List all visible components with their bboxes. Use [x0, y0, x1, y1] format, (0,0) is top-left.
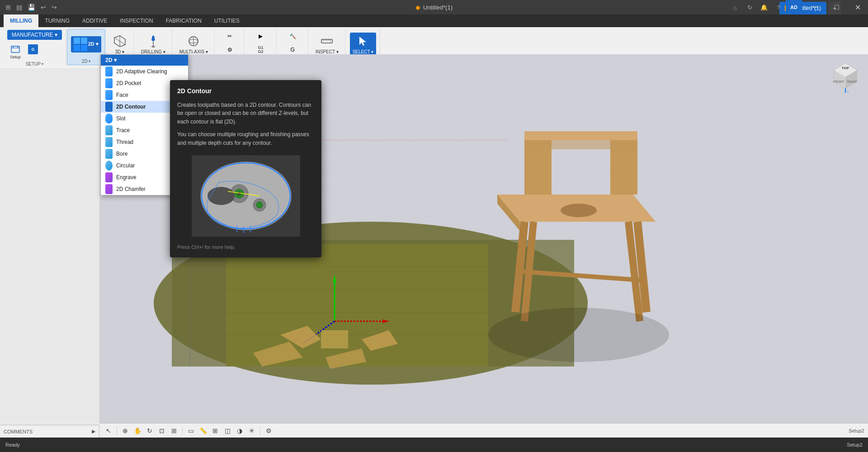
setup-group: MANUFACTURE ▾ Setup — [4, 29, 66, 65]
home-icon[interactable]: ⌂ — [728, 0, 742, 14]
drilling-button[interactable]: DRILLING ▾ — [138, 33, 168, 56]
2d-group-items: 2D ▾ — [71, 30, 101, 58]
app-menu-icon[interactable]: ▤ — [14, 3, 24, 12]
select-button[interactable]: SELECT ▾ — [350, 33, 377, 56]
grid-icon[interactable]: ⊞ — [4, 3, 13, 12]
svg-text:Z: Z — [847, 91, 849, 93]
statusbar-setup-label: Setup2 — [847, 442, 863, 447]
face-label: Face — [116, 92, 128, 98]
slot-icon — [105, 115, 113, 122]
tab-milling[interactable]: MILLING — [4, 14, 38, 27]
setup-group-label: SETUP ▾ — [26, 62, 43, 67]
svg-marker-18 — [359, 37, 366, 46]
drilling-icon — [146, 34, 160, 48]
comments-bar: COMMENTS ▶ — [0, 425, 99, 438]
comments-expand-icon[interactable]: ▶ — [92, 428, 95, 434]
adaptive-label: 2D Adaptive Clearing — [116, 68, 167, 75]
minimize-button[interactable]: ─ — [806, 0, 826, 14]
user-avatar[interactable]: AD — [786, 0, 802, 14]
modify-icon-2: ⚙ — [224, 44, 235, 55]
circular-label: Circular — [116, 162, 135, 169]
engrave-label: Engrave — [116, 174, 137, 181]
dropdown-item-adaptive[interactable]: 2D Adaptive Clearing — [101, 66, 188, 77]
redo-icon[interactable]: ↪ — [50, 3, 59, 12]
2d-dropdown-button[interactable]: 2D ▾ — [71, 36, 101, 52]
circular-icon — [105, 162, 113, 169]
multi-axis-label: MULTI-AXIS ▾ — [179, 49, 208, 55]
play-icon: ▶ — [255, 31, 266, 42]
g-code-button[interactable]: G — [25, 43, 41, 61]
cursor-tool-button[interactable]: ↖ — [103, 425, 114, 436]
close-button[interactable]: ✕ — [847, 0, 868, 14]
2d-icon-3 — [74, 45, 80, 51]
inspect-label: INSPECT ▾ — [316, 49, 339, 55]
2d-btn-inner: 2D ▾ — [74, 38, 99, 51]
3d-label: 3D ▾ — [115, 49, 125, 55]
svg-point-79 — [208, 187, 235, 205]
setup-label: Setup — [10, 55, 21, 60]
grid-button[interactable]: ⊞ — [210, 425, 221, 436]
undo-icon[interactable]: ↩ — [39, 3, 48, 12]
toolbar-separator-2 — [182, 426, 183, 435]
3d-svg — [113, 34, 127, 48]
contour-icon — [105, 103, 113, 110]
toolbar-separator-3 — [260, 426, 260, 435]
move-tool-button[interactable]: ⊕ — [120, 425, 131, 436]
cursor-svg — [357, 35, 369, 48]
tooltip-part-image — [192, 155, 300, 237]
pan-tool-button[interactable]: ✋ — [132, 425, 143, 436]
setup-button[interactable]: Setup — [7, 43, 24, 61]
zoom-window-button[interactable]: ⊞ — [169, 425, 179, 436]
tooltip-popup: 2D Contour Creates toolpaths based on a … — [170, 80, 321, 257]
axis-cube[interactable]: TOP FRONT RIGHT Z — [830, 61, 861, 93]
orbit-tool-button[interactable]: ↻ — [144, 425, 155, 436]
zoom-fit-button[interactable]: ⊡ — [156, 425, 167, 436]
toolbar-separator-1 — [117, 426, 117, 435]
svg-point-8 — [151, 46, 155, 48]
dropdown-2d-header[interactable]: 2D ▾ — [101, 55, 188, 66]
titlebar: ⊞ ▤ 💾 ↩ ↪ ◆ Untitled*(1) Untitled*(1) + … — [0, 0, 868, 14]
bell-icon[interactable]: 🔔 — [757, 0, 771, 14]
save-icon[interactable]: 💾 — [26, 3, 37, 12]
modify-btn-1[interactable]: ✂ — [222, 30, 238, 43]
refresh-icon[interactable]: ↻ — [742, 0, 757, 14]
select-label: SELECT ▾ — [353, 49, 374, 55]
display-mode-button[interactable]: ▭ — [185, 425, 196, 436]
maximize-button[interactable]: □ — [826, 0, 847, 14]
measure-button[interactable]: 📏 — [198, 425, 208, 436]
tab-additive[interactable]: ADDITIVE — [76, 14, 113, 27]
face-icon — [105, 91, 113, 99]
tab-fabrication[interactable]: FABRICATION — [160, 14, 208, 27]
section-button[interactable]: ◫ — [222, 425, 233, 436]
manage-btn-1[interactable]: 🔨 — [284, 30, 301, 43]
tooltip-detail: You can choose multiple roughing and fin… — [177, 130, 314, 147]
setup-svg-icon — [10, 44, 20, 54]
2d-icon-2 — [81, 38, 87, 44]
2d-icon-1 — [74, 38, 80, 44]
ruler-svg — [321, 35, 333, 48]
multi-axis-svg — [186, 34, 201, 48]
3d-button[interactable]: 3D ▾ — [110, 33, 130, 56]
settings-button[interactable]: ⚙ — [263, 425, 274, 436]
thread-label: Thread — [116, 139, 133, 145]
actions-btn-1[interactable]: ▶ — [252, 30, 269, 43]
trace-icon — [105, 127, 113, 134]
tab-inspection[interactable]: INSPECTION — [113, 14, 159, 27]
svg-text:TOP: TOP — [842, 66, 849, 70]
svg-rect-0 — [11, 46, 19, 52]
render-button[interactable]: ◑ — [234, 425, 245, 436]
2d-label: 2D ▾ — [88, 41, 99, 47]
help-icon[interactable]: ? — [771, 0, 786, 14]
3d-icon — [113, 34, 127, 48]
title-left-icons: ⊞ ▤ 💾 ↩ ↪ — [0, 0, 62, 14]
inspect-button[interactable]: INSPECT ▾ — [313, 33, 341, 56]
manufacture-button[interactable]: MANUFACTURE ▾ — [7, 30, 62, 40]
tool-library-icon: 🔨 — [287, 31, 298, 42]
dropdown-2d-title: 2D ▾ — [105, 57, 117, 63]
setup-icon — [10, 44, 21, 55]
multi-axis-button[interactable]: MULTI-AXIS ▾ — [177, 33, 211, 56]
tab-utilities[interactable]: UTILITIES — [208, 14, 246, 27]
tab-turning[interactable]: TURNING — [38, 14, 76, 27]
explode-button[interactable]: ✳ — [246, 425, 257, 436]
svg-rect-31 — [226, 244, 488, 366]
